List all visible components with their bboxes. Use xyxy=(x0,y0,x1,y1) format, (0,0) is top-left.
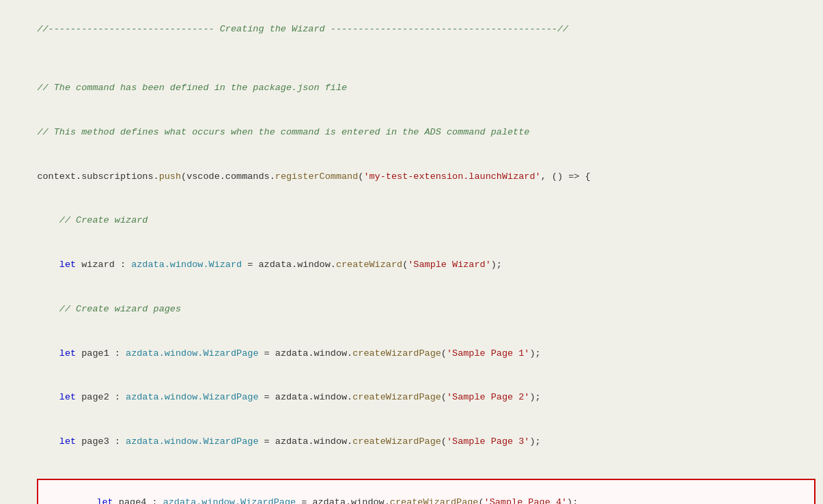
context-text: context.subscriptions. xyxy=(37,171,158,182)
create-pages-comment: // Create wizard pages xyxy=(14,287,809,331)
wizard-line: let wizard : azdata.window.Wizard = azda… xyxy=(14,243,809,288)
code-container: //------------------------------ Creatin… xyxy=(0,0,823,504)
page1-line: let page1 : azdata.window.WizardPage = a… xyxy=(14,331,809,376)
create-wizard-comment: // Create wizard xyxy=(14,199,809,243)
page2-line: let page2 : azdata.window.WizardPage = a… xyxy=(14,376,809,420)
section-header-text: //------------------------------ Creatin… xyxy=(37,24,568,34)
comment-text-2: // This method defines what occurs when … xyxy=(37,127,529,137)
context-line: context.subscriptions.push(vscode.comman… xyxy=(14,154,809,199)
comment-line-1: // The command has been defined in the p… xyxy=(14,66,809,110)
blank-line-1 xyxy=(14,51,809,66)
page4-line: let page4 : azdata.window.WizardPage = a… xyxy=(14,464,809,504)
push-fn: push xyxy=(159,171,181,182)
section-header-line: //------------------------------ Creatin… xyxy=(14,7,809,51)
page3-line: let page3 : azdata.window.WizardPage = a… xyxy=(14,420,809,464)
comment-text-1: // The command has been defined in the p… xyxy=(37,83,347,93)
page4-highlight: let page4 : azdata.window.WizardPage = a… xyxy=(37,479,815,504)
comment-line-2: // This method defines what occurs when … xyxy=(14,110,809,154)
